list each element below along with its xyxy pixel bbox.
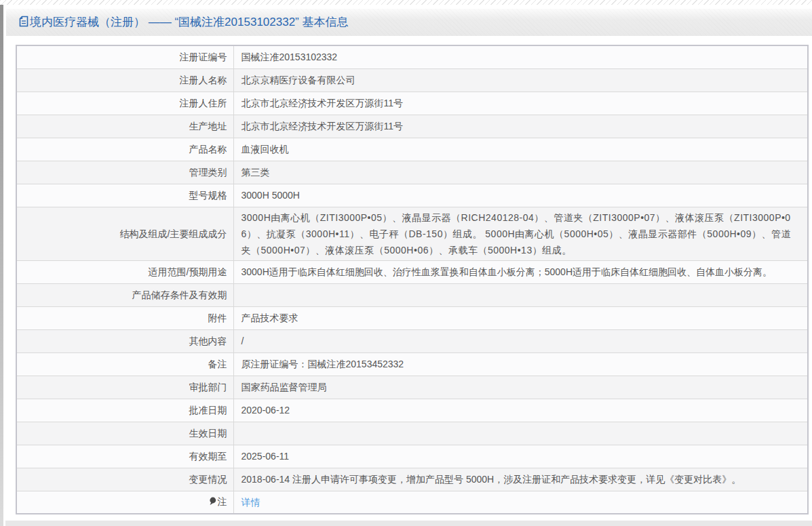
document-icon xyxy=(19,10,28,37)
row-label: 附件 xyxy=(16,306,233,329)
page-header: 境内医疗器械（注册） —— “国械注准20153102332” 基本信息 xyxy=(6,9,812,36)
row-value: 第三类 xyxy=(233,161,808,184)
row-label: 备注 xyxy=(16,352,233,376)
row-value: / xyxy=(233,329,808,352)
row-value: 国械注准20153102332 xyxy=(233,45,808,68)
note-bulb-icon xyxy=(209,494,216,510)
table-row: 有效期至2025-06-11 xyxy=(16,445,808,468)
row-label: 变更情况 xyxy=(16,468,233,491)
row-value: 3000H由离心机（ZITI3000P•05）、液晶显示器（RICH240128… xyxy=(233,207,808,260)
table-row: 注册人住所北京市北京经济技术开发区万源街11号 xyxy=(16,92,808,115)
row-value: 2025-06-11 xyxy=(233,445,808,468)
table-row: 注册证编号国械注准20153102332 xyxy=(16,45,808,68)
row-label: 注册人住所 xyxy=(16,92,233,115)
table-row: 注详情 xyxy=(16,491,808,514)
row-label: 生产地址 xyxy=(16,115,233,138)
table-row: 批准日期2020-06-12 xyxy=(16,399,808,422)
row-label: 产品储存条件及有效期 xyxy=(16,283,233,306)
row-value: 北京市北京经济技术开发区万源街11号 xyxy=(233,115,808,138)
row-label: 生效日期 xyxy=(16,422,233,445)
top-stripe-pattern xyxy=(0,0,812,5)
page-title-text: 境内医疗器械（注册） —— “国械注准20153102332” 基本信息 xyxy=(30,16,349,28)
row-label: 管理类别 xyxy=(16,161,233,184)
row-value: 国家药品监督管理局 xyxy=(233,376,808,399)
row-label: 有效期至 xyxy=(16,445,233,468)
detail-link[interactable]: 详情 xyxy=(241,497,260,508)
row-value: 2018-06-14 注册人申请许可事项变更，增加产品型号 5000H，涉及注册… xyxy=(233,468,808,491)
row-label: 注 xyxy=(16,491,233,514)
row-value: 2020-06-12 xyxy=(233,399,808,422)
footer-strip xyxy=(5,521,812,526)
table-row: 产品储存条件及有效期 xyxy=(16,283,808,306)
page-title: 境内医疗器械（注册） —— “国械注准20153102332” 基本信息 xyxy=(19,9,349,36)
row-value: 血液回收机 xyxy=(233,138,808,161)
row-value: 3000H 5000H xyxy=(233,184,808,207)
table-row: 适用范围/预期用途3000H适用于临床自体红细胞回收、治疗性血浆置换和自体血小板… xyxy=(16,260,808,283)
registration-info-table: 注册证编号国械注准20153102332注册人名称北京京精医疗设备有限公司注册人… xyxy=(16,45,809,514)
row-value xyxy=(233,422,808,445)
table-row: 备注原注册证编号：国械注准20153452332 xyxy=(16,352,808,376)
table-row: 结构及组成/主要组成成分3000H由离心机（ZITI3000P•05）、液晶显示… xyxy=(16,207,808,260)
row-label: 型号规格 xyxy=(16,184,233,207)
row-label: 注册人名称 xyxy=(16,68,233,92)
row-value: 3000H适用于临床自体红细胞回收、治疗性血浆置换和自体血小板分离；5000H适… xyxy=(233,260,808,283)
row-label: 批准日期 xyxy=(16,399,233,422)
row-value: 北京市北京经济技术开发区万源街11号 xyxy=(233,92,808,115)
row-value: 北京京精医疗设备有限公司 xyxy=(233,68,808,92)
row-label: 审批部门 xyxy=(16,376,233,399)
table-row: 生效日期 xyxy=(16,422,808,445)
table-row: 附件产品技术要求 xyxy=(16,306,808,329)
row-label: 适用范围/预期用途 xyxy=(16,260,233,283)
table-row: 生产地址北京市北京经济技术开发区万源街11号 xyxy=(16,115,808,138)
table-row: 型号规格3000H 5000H xyxy=(16,184,808,207)
table-row: 其他内容/ xyxy=(16,329,808,352)
table-row: 注册人名称北京京精医疗设备有限公司 xyxy=(16,68,808,92)
row-value xyxy=(233,283,808,306)
row-label: 其他内容 xyxy=(16,329,233,352)
row-label: 注册证编号 xyxy=(16,45,233,68)
table-row: 审批部门国家药品监督管理局 xyxy=(16,376,808,399)
table-row: 变更情况2018-06-14 注册人申请许可事项变更，增加产品型号 5000H，… xyxy=(16,468,808,491)
row-value: 详情 xyxy=(233,491,808,514)
row-value: 产品技术要求 xyxy=(233,306,808,329)
row-label: 产品名称 xyxy=(16,138,233,161)
table-row: 产品名称血液回收机 xyxy=(16,138,808,161)
left-edge-shadow xyxy=(0,5,3,526)
row-label: 结构及组成/主要组成成分 xyxy=(16,207,233,260)
table-row: 管理类别第三类 xyxy=(16,161,808,184)
row-value: 原注册证编号：国械注准20153452332 xyxy=(233,352,808,376)
